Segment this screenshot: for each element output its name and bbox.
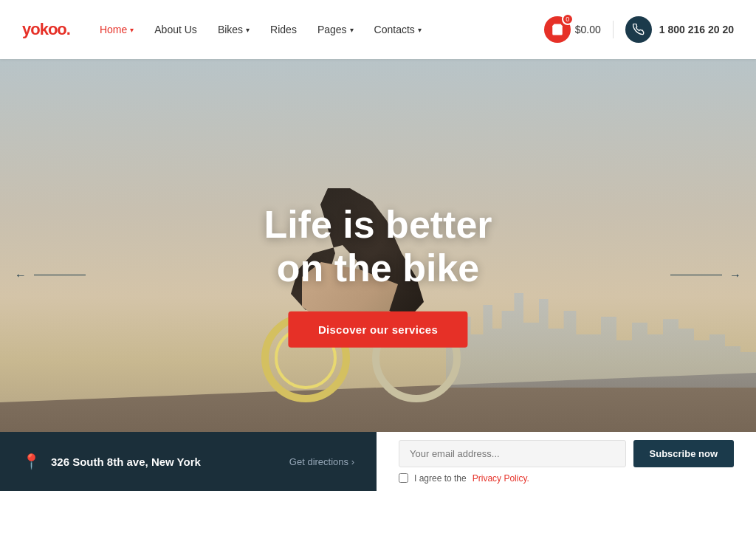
cart-icon <box>551 23 564 36</box>
hero-city-skyline <box>446 269 756 388</box>
privacy-text: I agree to the <box>414 473 467 484</box>
phone-number: 1 800 216 20 20 <box>659 24 734 35</box>
logo-text: yokoo <box>22 20 66 38</box>
get-directions-link[interactable]: Get directions › <box>289 456 354 467</box>
chevron-down-icon: ▾ <box>350 26 354 34</box>
header-right: 0 $0.00 1 800 216 20 20 <box>544 16 734 43</box>
privacy-checkbox[interactable] <box>399 473 408 483</box>
hero-prev-button[interactable]: ← <box>15 269 86 282</box>
header: yokoo. Home ▾ About Us Bikes ▾ Rides Pag… <box>0 0 756 59</box>
subscribe-input-row: Subscribe now <box>399 440 734 467</box>
cart-price: $0.00 <box>575 24 601 35</box>
location-pin-icon: 📍 <box>22 453 41 470</box>
discover-services-button[interactable]: Discover our services <box>289 312 467 348</box>
arrow-right-icon: → <box>729 269 741 282</box>
chevron-down-icon: ▾ <box>418 26 422 34</box>
phone-button[interactable]: 1 800 216 20 20 <box>625 16 734 43</box>
nav-item-bikes[interactable]: Bikes ▾ <box>218 24 250 35</box>
nav-item-home[interactable]: Home ▾ <box>100 24 134 35</box>
logo[interactable]: yokoo. <box>22 20 70 39</box>
subscribe-button[interactable]: Subscribe now <box>633 440 734 467</box>
arrow-line-left <box>34 275 86 275</box>
nav-item-about[interactable]: About Us <box>154 24 197 35</box>
hero-content: Life is better on the bike Discover our … <box>264 202 492 348</box>
address-bar: 📍 326 South 8th ave, New York Get direct… <box>0 432 377 491</box>
main-nav: Home ▾ About Us Bikes ▾ Rides Pages ▾ Co… <box>100 24 544 35</box>
cart-button[interactable]: 0 $0.00 <box>544 16 601 43</box>
nav-item-rides[interactable]: Rides <box>270 24 297 35</box>
cart-icon-wrap: 0 <box>544 16 571 43</box>
bottom-strip: 📍 326 South 8th ave, New York Get direct… <box>0 432 756 491</box>
hero-section: ← Life is better on the bike Discover ou… <box>0 59 756 491</box>
cart-badge: 0 <box>562 13 574 25</box>
arrow-left-icon: ← <box>15 269 27 282</box>
chevron-down-icon: ▾ <box>246 26 250 34</box>
arrow-line-right <box>670 275 722 275</box>
phone-icon <box>633 24 645 35</box>
privacy-row: I agree to the Privacy Policy. <box>399 473 734 484</box>
email-input[interactable] <box>399 440 626 467</box>
header-divider <box>613 21 614 38</box>
subscribe-bar: Subscribe now I agree to the Privacy Pol… <box>377 432 756 491</box>
privacy-policy-link[interactable]: Privacy Policy. <box>472 473 529 484</box>
hero-heading: Life is better on the bike <box>264 202 492 291</box>
address-text: 326 South 8th ave, New York <box>51 456 279 468</box>
logo-dot: . <box>66 20 70 38</box>
nav-item-pages[interactable]: Pages ▾ <box>317 24 354 35</box>
hero-next-button[interactable]: → <box>670 269 741 282</box>
phone-icon-wrap <box>625 16 652 43</box>
nav-item-contacts[interactable]: Contacts ▾ <box>374 24 422 35</box>
chevron-down-icon: ▾ <box>130 26 134 34</box>
